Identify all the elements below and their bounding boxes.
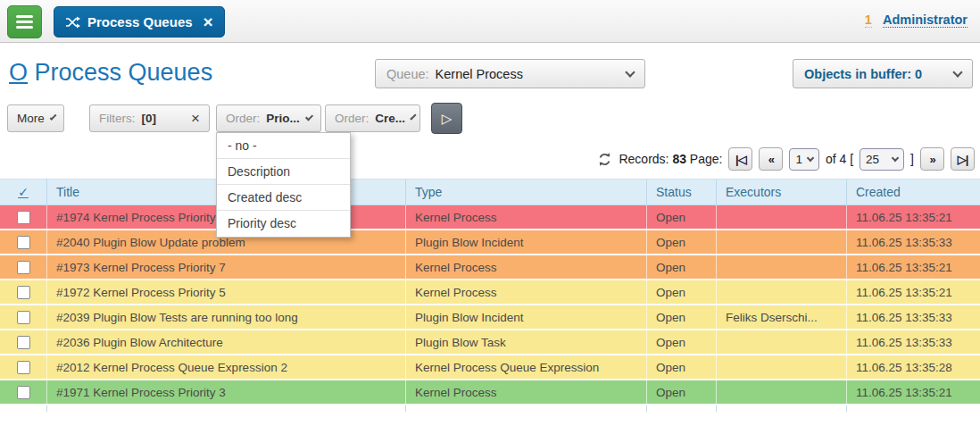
run-button[interactable]: ▷ [431, 103, 462, 134]
table-row[interactable]: #1974 Kernel Process Priority Kernel Pro… [0, 205, 980, 230]
page-size-value: 25 [866, 153, 879, 166]
row-executors [717, 230, 847, 254]
more-label: More [17, 112, 45, 125]
row-title: #2036 Plugin Blow Architecture [47, 330, 406, 354]
tab-process-queues[interactable]: Process Queues × [54, 6, 225, 38]
table-body: #1974 Kernel Process Priority Kernel Pro… [0, 205, 980, 405]
order-priority-value: Prio... [266, 112, 300, 125]
order-dropdown-item[interactable]: Priority desc [217, 211, 350, 237]
queue-select-value: Kernel Process [436, 67, 523, 81]
next-page-button[interactable]: » [920, 147, 944, 171]
queue-select-label: Queue: [386, 67, 429, 81]
table-row[interactable]: #2039 Plugin Blow Tests are running too … [0, 305, 980, 330]
last-page-button[interactable]: ▷| [951, 147, 975, 171]
notification-count[interactable]: 1 [865, 13, 872, 28]
page-number-select[interactable]: 1 [789, 148, 819, 171]
chevron-down-icon [305, 113, 313, 121]
hamburger-menu-button[interactable] [7, 5, 42, 38]
table-row[interactable]: #2012 Kernel Process Queue Expression 2 … [0, 355, 980, 380]
row-checkbox[interactable] [17, 336, 30, 349]
hamburger-icon [16, 15, 33, 18]
row-created: 11.06.25 13:35:33 [847, 230, 980, 254]
previous-page-button[interactable]: « [759, 147, 783, 171]
refresh-icon[interactable] [597, 152, 612, 167]
row-type: Kernel Process [406, 380, 647, 404]
header-check-cell: ✓ [0, 180, 47, 205]
row-checkbox[interactable] [17, 211, 30, 224]
play-icon: ▷ [442, 111, 453, 127]
order-created-value: Cre... [375, 112, 405, 125]
user-menu-administrator[interactable]: Administrator [883, 13, 968, 28]
row-executors [717, 355, 847, 379]
first-page-button[interactable]: |◁ [728, 147, 752, 171]
header-created[interactable]: Created [847, 180, 980, 205]
table-partial-row [0, 405, 980, 412]
row-title: #2039 Plugin Blow Tests are running too … [47, 305, 406, 329]
order-created-select[interactable]: Order: Cre... [325, 104, 420, 132]
records-text: Records: 83 Page: [619, 152, 722, 166]
row-executors [717, 380, 847, 404]
order-dropdown: - no -DescriptionCreated descPriority de… [216, 132, 351, 238]
row-type: Plugin Blow Incident [406, 230, 647, 254]
row-checkbox-cell [0, 205, 47, 229]
order-priority-select[interactable]: Order: Prio... [216, 104, 321, 132]
row-title: #1972 Kernel Process Priority 5 [47, 280, 406, 304]
table-row[interactable]: #1971 Kernel Process Priority 3 Kernel P… [0, 380, 980, 405]
filters-value: [0] [142, 112, 157, 125]
row-checkbox[interactable] [17, 386, 30, 399]
row-executors [717, 205, 847, 229]
row-title: #1971 Kernel Process Priority 3 [47, 380, 406, 404]
tab-close-icon[interactable]: × [203, 13, 213, 30]
row-checkbox[interactable] [17, 286, 30, 299]
buffer-select[interactable]: Objects in buffer: 0 [793, 59, 973, 88]
row-status: Open [647, 230, 717, 254]
row-type: Kernel Process [406, 280, 647, 304]
tab-label: Process Queues [87, 14, 193, 29]
row-status: Open [647, 355, 717, 379]
buffer-label: Objects in buffer: 0 [804, 67, 922, 81]
row-checkbox-cell [0, 255, 47, 279]
row-type: Kernel Process [406, 255, 647, 279]
row-checkbox-cell [0, 330, 47, 354]
chevron-down-icon [625, 67, 635, 77]
page-title: O Process Queues [9, 59, 212, 87]
order-label: Order: [335, 112, 369, 125]
row-checkbox[interactable] [17, 361, 30, 374]
table-row[interactable]: #2040 Plugin Blow Update problem Plugin … [0, 230, 980, 255]
filters-button[interactable]: Filters: [0] × [89, 104, 210, 132]
row-checkbox[interactable] [17, 261, 30, 274]
queue-select[interactable]: Queue: Kernel Process [375, 59, 645, 88]
table-row[interactable]: #2036 Plugin Blow Architecture Plugin Bl… [0, 330, 980, 355]
row-status: Open [647, 255, 717, 279]
order-dropdown-item[interactable]: - no - [217, 133, 350, 159]
clear-filters-icon[interactable]: × [191, 110, 200, 128]
table-row[interactable]: #1972 Kernel Process Priority 5 Kernel P… [0, 280, 980, 305]
row-checkbox-cell [0, 230, 47, 254]
row-executors: Feliks Dserschi... [717, 305, 847, 329]
filters-label: Filters: [99, 112, 136, 125]
chevron-down-icon [892, 154, 899, 161]
row-checkbox[interactable] [17, 311, 30, 324]
row-checkbox[interactable] [17, 236, 30, 249]
process-queue-table: ✓ Title Type Status Executors Created #1… [0, 179, 980, 412]
object-type-link[interactable]: O [9, 59, 28, 86]
more-button[interactable]: More [7, 104, 64, 132]
order-dropdown-item[interactable]: Created desc [217, 185, 350, 211]
row-executors [717, 255, 847, 279]
row-title: #2012 Kernel Process Queue Expression 2 [47, 355, 406, 379]
row-created: 11.06.25 13:35:33 [847, 305, 980, 329]
page-title-text: Process Queues [35, 59, 213, 86]
table-row[interactable]: #1973 Kernel Process Priority 7 Kernel P… [0, 255, 980, 280]
row-executors [717, 330, 847, 354]
select-all-link[interactable]: ✓ [18, 185, 29, 199]
page-size-select[interactable]: 25 [860, 148, 904, 171]
chevron-down-icon [952, 67, 962, 77]
row-status: Open [647, 380, 717, 404]
order-dropdown-item[interactable]: Description [217, 159, 350, 185]
header-status[interactable]: Status [647, 180, 717, 205]
top-bar: Process Queues × 1 Administrator [0, 0, 980, 43]
header-type[interactable]: Type [406, 180, 647, 205]
header-executors[interactable]: Executors [717, 180, 847, 205]
order-label: Order: [226, 112, 260, 125]
pagination-bar: Records: 83 Page: |◁ « 1 of 4 [ 25 ] » ▷… [597, 145, 975, 173]
